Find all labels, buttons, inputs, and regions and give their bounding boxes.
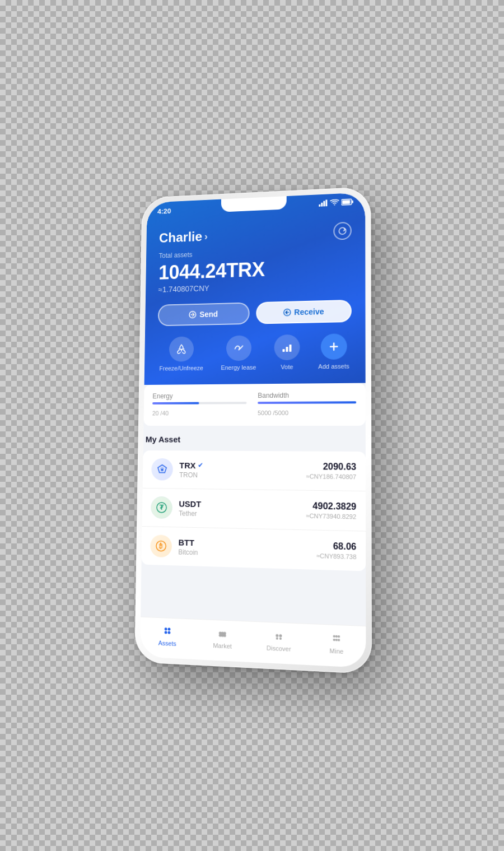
svg-text:₮: ₮	[160, 503, 164, 510]
quick-actions: Freeze/Unfreeze Energy lease	[157, 333, 352, 372]
refresh-button[interactable]	[333, 221, 351, 240]
btt-amount: 68.06	[316, 541, 356, 552]
phone-mockup: 4:20	[134, 187, 372, 674]
bandwidth-bar-fill	[258, 401, 356, 404]
quick-action-freeze[interactable]: Freeze/Unfreeze	[159, 336, 203, 371]
signal-icon	[319, 199, 328, 206]
svg-point-33	[333, 635, 335, 637]
freeze-icon	[175, 343, 187, 355]
energy-icon	[232, 342, 245, 354]
phone-outer-shell: 4:20	[134, 187, 372, 674]
btt-info: BTT Bitcoin	[178, 537, 316, 559]
nav-item-mine[interactable]: Mine	[307, 630, 366, 656]
usdt-icon: ₮	[151, 496, 172, 518]
svg-point-19	[165, 627, 167, 630]
energy-resource-label: Energy	[152, 392, 246, 400]
discover-nav-label: Discover	[267, 644, 291, 652]
quick-action-vote[interactable]: Vote	[274, 334, 300, 370]
phone-inner-screen: 4:20	[140, 192, 366, 668]
usdt-full-name: Tether	[179, 509, 306, 519]
svg-point-31	[276, 637, 278, 639]
freeze-icon-bg	[169, 336, 194, 361]
bandwidth-resource-label: Bandwidth	[258, 390, 356, 399]
wifi-icon	[330, 199, 339, 206]
energy-max: 40	[162, 410, 169, 416]
receive-button[interactable]: Receive	[256, 299, 352, 324]
svg-rect-1	[321, 202, 323, 206]
nav-item-market[interactable]: Market	[195, 625, 251, 650]
usdt-cny: ≈CNY73940.8292	[306, 512, 356, 520]
btt-logo-icon: ₿	[155, 540, 167, 552]
energy-label: Energy lease	[221, 364, 256, 371]
phone-screen: 4:20	[140, 192, 366, 668]
header-area: 4:20	[144, 192, 366, 385]
svg-point-22	[167, 631, 170, 634]
svg-rect-2	[323, 201, 325, 206]
svg-rect-6	[342, 199, 350, 204]
status-bar: 4:20	[147, 192, 365, 226]
usdt-amounts: 4902.3829 ≈CNY73940.8292	[306, 501, 356, 520]
usdt-symbol: USDT	[179, 499, 201, 509]
trx-amounts: 2090.63 ≈CNY186.740807	[306, 461, 356, 480]
svg-point-28	[223, 631, 226, 634]
total-amount: 1044.24TRX	[158, 255, 352, 284]
btt-icon: ₿	[150, 534, 172, 557]
scrollable-content: Energy 20 /40 Bandwidth	[141, 383, 366, 626]
action-buttons: Send Receive	[158, 299, 352, 325]
vote-icon	[281, 341, 293, 353]
vote-icon-bg	[274, 334, 300, 360]
account-chevron-icon: ›	[204, 230, 208, 241]
asset-item-trx[interactable]: TRX ✔ TRON 2090.63 ≈CNY186.740807	[143, 450, 366, 491]
account-name[interactable]: Charlie ›	[159, 229, 208, 245]
quick-action-energy[interactable]: Energy lease	[221, 335, 256, 371]
svg-point-37	[335, 639, 338, 641]
trx-amount: 2090.63	[306, 461, 356, 472]
bandwidth-current: 5000	[258, 409, 271, 416]
resource-row: Energy 20 /40 Bandwidth	[152, 390, 356, 417]
svg-rect-9	[283, 349, 285, 352]
add-assets-label: Add assets	[318, 362, 349, 370]
asset-list: TRX ✔ TRON 2090.63 ≈CNY186.740807	[142, 450, 366, 571]
battery-icon	[342, 198, 354, 206]
refresh-icon	[338, 226, 347, 235]
energy-icon-bg	[226, 335, 251, 361]
nav-item-assets[interactable]: Assets	[140, 622, 195, 648]
resource-section: Energy 20 /40 Bandwidth	[143, 383, 365, 425]
asset-item-usdt[interactable]: ₮ USDT Tether 4902.3829	[142, 488, 366, 531]
status-time: 4:20	[157, 207, 171, 215]
btt-symbol: BTT	[178, 537, 194, 547]
energy-bar	[152, 402, 246, 404]
receive-label: Receive	[294, 307, 324, 317]
mine-nav-label: Mine	[329, 647, 343, 655]
freeze-label: Freeze/Unfreeze	[159, 364, 203, 371]
my-asset-heading: My Asset	[143, 434, 366, 444]
nav-item-discover[interactable]: Discover	[250, 627, 307, 653]
trx-symbol: TRX	[179, 460, 195, 469]
bandwidth-values: 5000 /5000	[258, 406, 356, 418]
send-button[interactable]: Send	[158, 302, 250, 326]
trx-icon	[151, 458, 173, 480]
asset-item-btt[interactable]: ₿ BTT Bitcoin 68.06 ≈CN	[142, 526, 366, 570]
svg-point-32	[279, 637, 282, 639]
svg-point-38	[338, 639, 340, 641]
svg-point-20	[168, 627, 171, 630]
svg-point-21	[165, 631, 167, 634]
add-assets-icon-bg	[321, 333, 347, 360]
mine-nav-icon	[329, 630, 343, 645]
account-row: Charlie ›	[159, 221, 352, 247]
svg-point-35	[338, 635, 340, 637]
svg-point-29	[276, 634, 278, 636]
trx-name-row: TRX ✔	[179, 460, 306, 471]
svg-text:₿: ₿	[159, 542, 163, 550]
assets-nav-label: Assets	[158, 639, 176, 647]
status-icons	[319, 198, 353, 207]
svg-rect-0	[319, 204, 320, 206]
discover-nav-icon	[272, 628, 286, 643]
energy-bar-fill	[152, 402, 199, 404]
quick-action-add-assets[interactable]: Add assets	[318, 333, 349, 370]
energy-values: 20 /40	[152, 406, 247, 418]
btt-cny: ≈CNY893.738	[316, 552, 357, 560]
bottom-nav: Assets	[140, 616, 366, 668]
bandwidth-max: 5000	[274, 409, 288, 416]
trx-logo-icon	[156, 463, 168, 475]
